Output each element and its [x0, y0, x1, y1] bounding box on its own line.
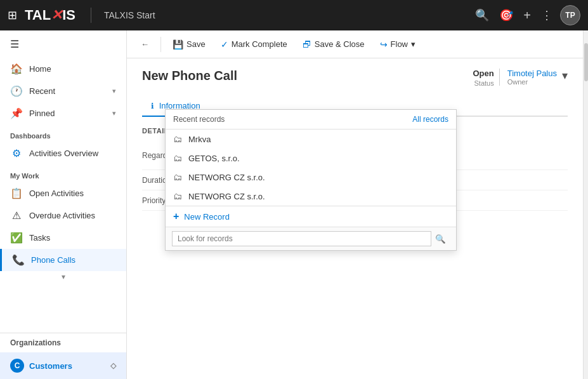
page-content: New Phone Call Open Status Timotej Palus…	[127, 58, 583, 379]
sidebar-item-recent[interactable]: 🕐 Recent ▾	[0, 80, 126, 102]
all-records-link[interactable]: All records	[412, 115, 448, 124]
logo-x: ✕	[51, 7, 62, 23]
dropdown-item-1[interactable]: 🗂 GETOS, s.r.o.	[166, 149, 456, 168]
save-close-label: Save & Close	[315, 39, 365, 49]
sidebar-item-customers[interactable]: C Customers ◇	[0, 352, 126, 379]
status-label: Status	[474, 79, 494, 87]
toolbar: ← 💾 Save ✓ Mark Complete 🗗 Save & Close …	[127, 30, 583, 58]
record-icon-1: 🗂	[173, 153, 182, 163]
pinned-chevron: ▾	[112, 109, 116, 117]
tasks-icon: ✅	[10, 232, 23, 244]
target-icon[interactable]: 🎯	[499, 8, 513, 22]
status-value: Open	[473, 69, 493, 78]
flow-chevron: ▾	[411, 39, 415, 49]
avatar[interactable]: TP	[560, 5, 580, 25]
recent-records-dropdown: Recent records All records 🗂 Mrkva 🗂 GET…	[165, 109, 457, 251]
nav-divider	[91, 8, 91, 23]
expand-button[interactable]: ▾	[562, 69, 568, 83]
back-icon: ←	[141, 39, 149, 49]
scrollbar-thumb	[584, 43, 588, 81]
record-name-1: GETOS, s.r.o.	[188, 154, 240, 163]
mark-complete-label: Mark Complete	[232, 39, 287, 49]
right-scrollbar[interactable]	[583, 30, 588, 379]
save-close-icon: 🗗	[303, 39, 311, 50]
check-icon: ✓	[221, 39, 228, 50]
more-icon[interactable]: ⋮	[541, 8, 552, 22]
recent-records-label: Recent records	[173, 115, 225, 124]
content-area: ← 💾 Save ✓ Mark Complete 🗗 Save & Close …	[127, 30, 583, 379]
owner-label: Owner	[507, 78, 557, 86]
top-navigation: ⊞ TAL✕IS TALXIS Start 🔍 🎯 + ⋮ TP	[0, 0, 588, 30]
save-icon: 💾	[173, 39, 183, 50]
app-title: TALXIS Start	[104, 10, 155, 20]
add-icon[interactable]: +	[523, 8, 531, 23]
sidebar-tasks-label: Tasks	[29, 233, 50, 243]
save-label: Save	[186, 39, 206, 49]
sidebar-nav: 🏠 Home 🕐 Recent ▾ 📌 Pinned ▾ Dashboards …	[0, 58, 126, 333]
recent-chevron: ▾	[112, 87, 116, 95]
dropdown-header: Recent records All records	[166, 110, 456, 130]
toolbar-divider-1	[160, 37, 161, 52]
back-button[interactable]: ←	[134, 36, 155, 52]
dropdown-search-area: 🔍	[166, 227, 456, 250]
sidebar-item-activities-overview[interactable]: ⚙ Activities Overview	[0, 142, 126, 164]
dashboards-section: Dashboards	[0, 124, 126, 142]
phone-calls-icon: 📞	[12, 254, 25, 266]
recent-icon: 🕐	[10, 85, 23, 97]
flow-button[interactable]: ↪ Flow ▾	[374, 36, 422, 53]
sidebar: ☰ 🏠 Home 🕐 Recent ▾ 📌 Pinned ▾ Dashboard…	[0, 30, 127, 379]
sidebar-pinned-label: Pinned	[29, 109, 55, 118]
activities-icon: ⚙	[10, 147, 23, 159]
save-close-button[interactable]: 🗗 Save & Close	[296, 36, 371, 53]
sidebar-open-label: Open Activities	[29, 189, 84, 198]
lookup-search-button[interactable]: 🔍	[431, 233, 450, 245]
sidebar-home-label: Home	[29, 64, 51, 74]
search-icon[interactable]: 🔍	[475, 8, 489, 22]
new-record-label: New Record	[184, 212, 230, 222]
sidebar-bottom: Organizations C Customers ◇	[0, 333, 126, 379]
hamburger-button[interactable]: ☰	[0, 30, 126, 58]
record-name-0: Mrkva	[188, 135, 211, 144]
info-icon: ℹ	[151, 102, 154, 110]
page-status-meta: Open Status	[473, 69, 493, 87]
mywork-section: My Work	[0, 164, 126, 182]
lookup-search-input[interactable]	[172, 231, 431, 246]
page-header: New Phone Call Open Status Timotej Palus…	[142, 69, 568, 87]
mark-complete-button[interactable]: ✓ Mark Complete	[214, 36, 294, 53]
customers-label: Customers	[29, 361, 72, 371]
flow-label: Flow	[391, 39, 408, 49]
diamond-icon: ◇	[110, 361, 116, 370]
sidebar-item-pinned[interactable]: 📌 Pinned ▾	[0, 102, 126, 124]
pinned-icon: 📌	[10, 107, 23, 119]
owner-name[interactable]: Timotej Palus	[507, 69, 557, 78]
sidebar-item-tasks[interactable]: ✅ Tasks	[0, 227, 126, 249]
page-title: New Phone Call	[142, 69, 473, 83]
logo-tal: TAL	[25, 7, 51, 23]
record-name-3: NETWORG CZ s.r.o.	[188, 192, 265, 201]
sidebar-item-open-activities[interactable]: 📋 Open Activities	[0, 182, 126, 204]
flow-icon: ↪	[380, 39, 388, 50]
orgs-label: Organizations	[0, 333, 126, 352]
sidebar-item-overdue[interactable]: ⚠ Overdue Activities	[0, 204, 126, 227]
sidebar-item-phone-calls[interactable]: 📞 Phone Calls	[0, 249, 126, 271]
scroll-indicator: ▾	[0, 271, 126, 283]
logo-is: IS	[62, 7, 75, 23]
app-logo: TAL✕IS	[25, 7, 75, 23]
dropdown-item-0[interactable]: 🗂 Mrkva	[166, 130, 456, 149]
plus-icon: +	[173, 211, 179, 222]
dropdown-item-2[interactable]: 🗂 NETWORG CZ s.r.o.	[166, 168, 456, 187]
sidebar-recent-label: Recent	[29, 86, 55, 96]
record-icon-3: 🗂	[173, 191, 182, 201]
open-activities-icon: 📋	[10, 187, 23, 199]
owner-info: Timotej Palus Owner	[499, 69, 557, 86]
sidebar-overdue-label: Overdue Activities	[29, 211, 95, 220]
new-record-button[interactable]: + New Record	[166, 206, 456, 227]
dropdown-item-3[interactable]: 🗂 NETWORG CZ s.r.o.	[166, 187, 456, 206]
sidebar-activities-label: Activities Overview	[29, 149, 98, 158]
save-button[interactable]: 💾 Save	[166, 36, 212, 53]
overdue-icon: ⚠	[10, 209, 23, 222]
sidebar-item-home[interactable]: 🏠 Home	[0, 58, 126, 80]
grid-icon[interactable]: ⊞	[8, 8, 17, 22]
sidebar-phone-label: Phone Calls	[31, 255, 75, 265]
top-nav-icons: 🔍 🎯 + ⋮	[475, 8, 552, 23]
